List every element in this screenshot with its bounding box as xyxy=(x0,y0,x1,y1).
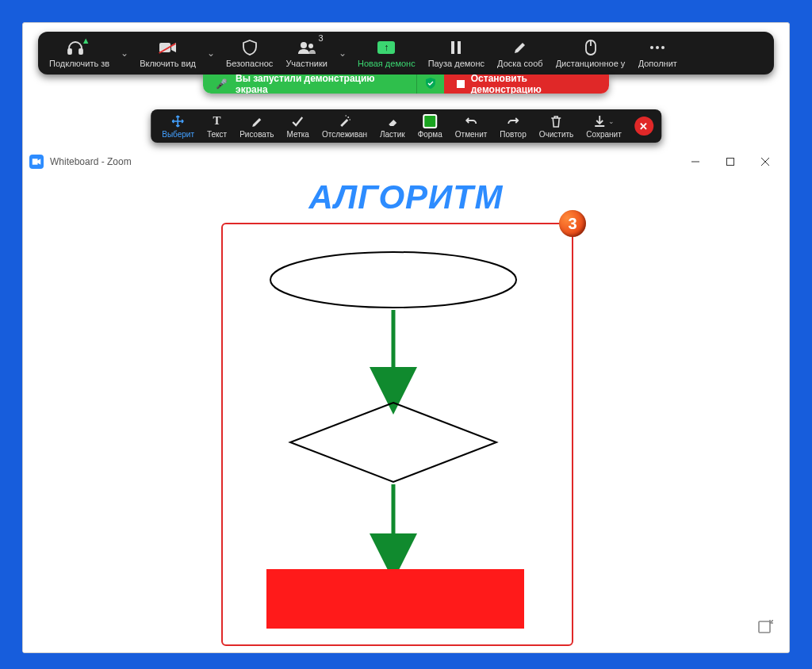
text-icon: T xyxy=(213,114,221,128)
close-annotation-toolbar-button[interactable]: ✕ xyxy=(634,117,653,136)
share-status-text: 🎤 Вы запустили демонстрацию экрана xyxy=(203,75,416,94)
checkmark-icon xyxy=(292,114,304,128)
participants-count: 3 xyxy=(319,34,324,43)
zoom-logo-icon xyxy=(29,155,44,169)
svg-point-23 xyxy=(350,119,351,120)
chevron-down-icon: ⌄ xyxy=(608,117,615,125)
wand-icon xyxy=(338,114,350,128)
svg-point-22 xyxy=(347,117,349,118)
whiteboard-titlebar[interactable]: Whiteboard - Zoom xyxy=(23,150,789,174)
svg-rect-10 xyxy=(79,49,82,54)
move-icon xyxy=(172,114,185,128)
security-button[interactable]: Безопаснос xyxy=(220,32,279,75)
join-audio-button[interactable]: ▲ Подключить зв xyxy=(43,32,116,75)
svg-point-24 xyxy=(346,115,347,117)
share-status-banner: 🎤 Вы запустили демонстрацию экрана Остан… xyxy=(203,75,609,94)
microphone-icon: 🎤 xyxy=(216,78,228,90)
anno-undo-button[interactable]: Отменит xyxy=(449,109,493,143)
annotation-toolbar: Выберит T Текст Рисовать Метка Отслежива… xyxy=(151,109,661,143)
participants-button[interactable]: 3 Участники xyxy=(279,32,334,75)
svg-rect-5 xyxy=(759,621,770,633)
zoom-meeting-toolbar: ▲ Подключить зв ⌄ Включить вид ⌄ Безопас… xyxy=(38,32,774,75)
chevron-down-icon: ⌄ xyxy=(207,48,215,58)
chevron-down-icon: ⌄ xyxy=(339,48,347,58)
anno-draw-tool[interactable]: Рисовать xyxy=(233,109,280,143)
anno-stamp-tool[interactable]: Метка xyxy=(280,109,315,143)
desktop-background: Whiteboard - Zoom АЛГОРИТМ xyxy=(0,0,812,669)
flowchart-process-shape xyxy=(266,569,524,629)
more-button[interactable]: Дополнит xyxy=(632,32,684,75)
pause-icon xyxy=(450,39,462,56)
audio-options-dropdown[interactable]: ⌄ xyxy=(116,32,133,75)
pencil-draw-icon xyxy=(251,114,263,128)
remote-control-button[interactable]: Дистанционное уп xyxy=(550,32,632,75)
trash-icon xyxy=(551,114,562,128)
more-icon xyxy=(649,39,665,56)
svg-rect-2 xyxy=(727,159,734,166)
close-window-button[interactable] xyxy=(748,150,783,174)
video-options-dropdown[interactable]: ⌄ xyxy=(202,32,220,75)
undo-icon xyxy=(465,114,477,128)
start-video-button[interactable]: Включить вид xyxy=(133,32,202,75)
svg-point-14 xyxy=(308,44,313,48)
new-share-button[interactable]: ↑ Новая демонс xyxy=(351,32,422,75)
whiteboard-window: Whiteboard - Zoom АЛГОРИТМ xyxy=(23,150,789,652)
download-icon: ⌄ xyxy=(594,114,615,128)
anno-format-tool[interactable]: Форма xyxy=(412,109,449,143)
anno-text-tool[interactable]: T Текст xyxy=(201,109,233,143)
flowchart-terminator-shape xyxy=(270,252,516,308)
format-color-icon xyxy=(423,114,437,128)
svg-marker-0 xyxy=(33,159,41,165)
headphones-up-icon: ▲ xyxy=(67,39,93,56)
canvas-save-icon[interactable] xyxy=(757,620,773,640)
stop-share-button[interactable]: Остановить демонстрацию xyxy=(444,75,609,94)
svg-rect-15 xyxy=(451,41,454,54)
anno-save-button[interactable]: ⌄ Сохранит xyxy=(580,109,627,143)
shield-check-icon xyxy=(425,78,436,91)
redo-icon xyxy=(507,114,519,128)
flowchart-svg xyxy=(223,224,572,644)
pause-share-button[interactable]: Пауза демонс xyxy=(422,32,491,75)
svg-point-19 xyxy=(650,46,653,49)
anno-eraser-tool[interactable]: Ластик xyxy=(373,109,412,143)
eraser-icon xyxy=(386,114,399,128)
share-screen-up-icon: ↑ xyxy=(377,39,395,56)
maximize-button[interactable] xyxy=(713,150,748,174)
svg-point-21 xyxy=(661,46,665,49)
anno-spotlight-tool[interactable]: Отслеживан xyxy=(316,109,373,143)
shield-icon xyxy=(243,39,257,56)
flowchart-decision-shape xyxy=(290,403,496,482)
svg-point-20 xyxy=(656,46,659,49)
participants-icon: 3 xyxy=(298,39,316,56)
whiteboard-canvas[interactable]: АЛГОРИТМ 3 xyxy=(23,174,789,652)
annotate-button[interactable]: Доска сооб xyxy=(491,32,550,75)
svg-marker-12 xyxy=(171,43,176,52)
anno-select-tool[interactable]: Выберит xyxy=(155,109,201,143)
chevron-down-icon: ⌄ xyxy=(121,48,128,58)
share-encryption-button[interactable] xyxy=(416,75,444,94)
svg-rect-16 xyxy=(458,41,461,54)
svg-point-13 xyxy=(301,42,307,48)
minimize-button[interactable] xyxy=(678,150,713,174)
whiteboard-heading: АЛГОРИТМ xyxy=(309,178,504,216)
video-off-icon xyxy=(159,39,177,56)
anno-redo-button[interactable]: Повтор xyxy=(493,109,532,143)
participants-options-dropdown[interactable]: ⌄ xyxy=(334,32,351,75)
svg-rect-11 xyxy=(159,43,170,52)
anno-clear-button[interactable]: Очистить xyxy=(533,109,580,143)
close-icon: ✕ xyxy=(639,120,648,132)
pencil-icon xyxy=(513,39,527,56)
window-title: Whiteboard - Zoom xyxy=(50,156,132,167)
stop-icon xyxy=(457,80,465,88)
selection-frame: 3 xyxy=(221,223,573,646)
mouse-icon xyxy=(585,39,596,56)
svg-rect-9 xyxy=(68,49,71,54)
